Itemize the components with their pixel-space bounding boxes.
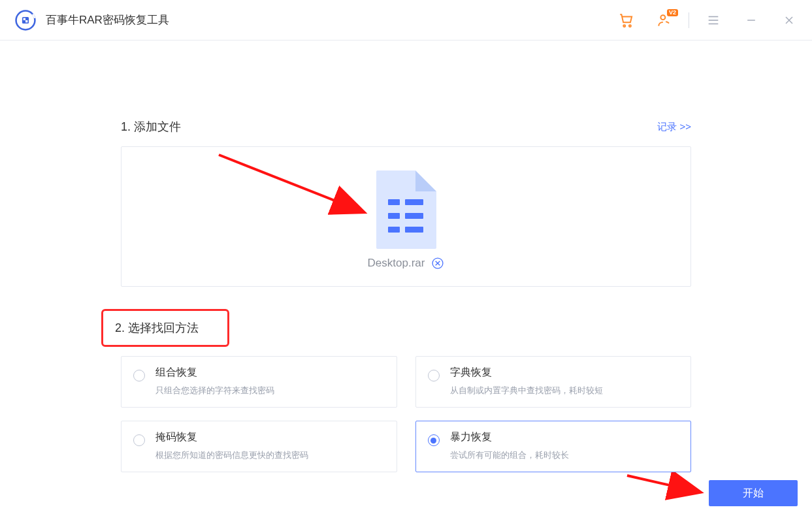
menu-icon[interactable] [704,10,723,30]
option-desc: 尝试所有可能的组合，耗时较长 [450,449,569,461]
titlebar-divider [689,12,689,28]
option-desc: 只组合您选择的字符来查找密码 [155,385,274,397]
file-dropzone[interactable]: Desktop.rar [121,146,691,287]
option-bruteforce[interactable]: 暴力恢复 尝试所有可能的组合，耗时较长 [415,421,692,472]
filename-label: Desktop.rar [368,257,425,270]
user-badge: V2 [667,9,678,16]
section1-title: 1. 添加文件 [121,119,181,135]
start-button[interactable]: 开始 [709,480,798,506]
svg-point-7 [660,15,665,20]
radio-icon [133,434,145,446]
cart-icon[interactable] [617,10,636,30]
option-label: 组合恢复 [155,366,274,380]
option-label: 暴力恢复 [450,430,569,444]
option-dictionary[interactable]: 字典恢复 从自制或内置字典中查找密码，耗时较短 [415,356,692,408]
svg-point-5 [623,25,625,27]
minimize-icon[interactable] [741,10,761,30]
svg-rect-4 [25,20,27,22]
option-label: 字典恢复 [450,366,603,380]
user-icon[interactable]: V2 [655,10,674,30]
option-desc: 根据您所知道的密码信息更快的查找密码 [155,449,308,461]
section2-title-highlight: 2. 选择找回方法 [101,309,229,347]
section2: 2. 选择找回方法 组合恢复 只组合您选择的字符来查找密码 字典恢复 从自制或内… [121,309,691,472]
file-icon [376,170,436,249]
close-icon[interactable] [779,10,799,30]
section1-header: 1. 添加文件 记录 >> [121,119,691,135]
option-combination[interactable]: 组合恢复 只组合您选择的字符来查找密码 [121,356,397,408]
svg-point-6 [629,25,631,27]
svg-rect-3 [24,18,25,20]
option-label: 掩码恢复 [155,430,308,444]
titlebar: 百事牛RAR密码恢复工具 V2 [0,0,812,40]
titlebar-actions: V2 [617,10,799,30]
app-logo [14,9,37,31]
remove-file-icon[interactable] [431,257,444,270]
history-link[interactable]: 记录 >> [657,121,691,133]
app-title: 百事牛RAR密码恢复工具 [46,12,169,27]
main-content: 1. 添加文件 记录 >> Desktop.rar [0,40,812,472]
radio-icon [133,370,145,381]
option-mask[interactable]: 掩码恢复 根据您所知道的密码信息更快的查找密码 [121,421,397,472]
radio-icon [428,370,440,381]
svg-line-18 [627,476,699,492]
option-desc: 从自制或内置字典中查找密码，耗时较短 [450,385,603,397]
radio-icon [428,434,440,446]
section2-title: 2. 选择找回方法 [115,320,199,336]
annotation-arrow-2 [624,472,715,505]
filename-row: Desktop.rar [368,257,445,270]
recovery-options: 组合恢复 只组合您选择的字符来查找密码 字典恢复 从自制或内置字典中查找密码，耗… [121,356,691,472]
